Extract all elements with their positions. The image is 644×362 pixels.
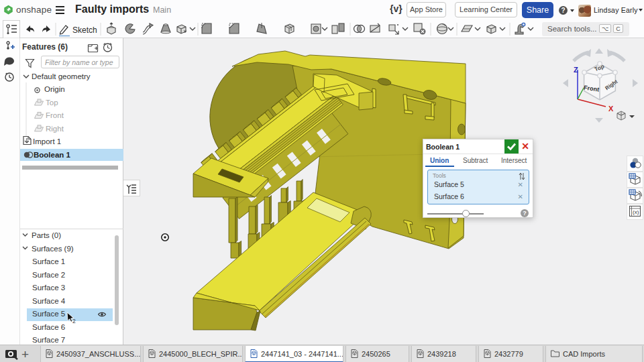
svg-text:(x): (x) xyxy=(633,209,639,215)
svg-text:2: 2 xyxy=(72,318,76,324)
svg-text:Z: Z xyxy=(574,66,578,74)
svg-text:X: X xyxy=(608,105,614,113)
